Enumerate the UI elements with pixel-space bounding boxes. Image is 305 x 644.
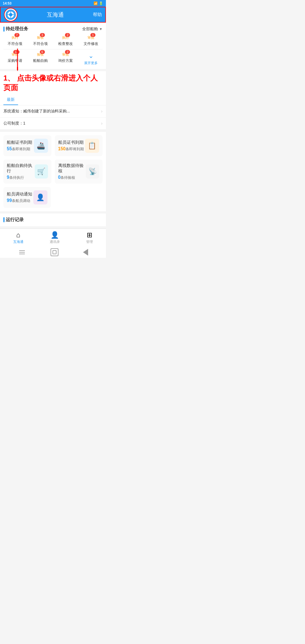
info-card-crew-transfer-wrap: 船员调动通知 99条船员调动 👤 <box>3 187 103 208</box>
app-title: 互海通 <box>47 11 64 19</box>
info-card-left-4: 船员调动通知 99条船员调动 <box>7 192 32 203</box>
info-card-crew-transfer[interactable]: 船员调动通知 99条船员调动 👤 <box>3 187 51 208</box>
offline-icon: 📡 <box>86 164 99 179</box>
task-badge-3: 1 <box>90 33 95 37</box>
bottom-nav: ⌂ 互海通 👤 通讯录 ⊞ 管理 <box>0 229 106 247</box>
expand-more-label: 展开更多 <box>84 61 98 66</box>
manage-icon: ⊞ <box>87 231 92 239</box>
info-card-crew-cert[interactable]: 船员证书到期 150条即将到期 📋 <box>55 135 103 156</box>
expand-more-button[interactable]: ⌄ 展开更多 <box>79 52 103 66</box>
ship-purchase-icon: 🛒 <box>35 164 48 179</box>
tasks-header: 待处理任务 全部船舱 ▼ <box>3 26 103 32</box>
info-card-title-4: 船员调动通知 <box>7 192 32 197</box>
task-grid-row2: 审批 12 采购申请 验收 6 船舶自购 审批 2 询价方案 <box>3 52 103 66</box>
info-card-title-2: 船舶自购待执行 <box>7 163 35 174</box>
count-highlight-4: 99 <box>7 198 12 203</box>
home-icon: ⌂ <box>16 231 20 239</box>
task-badge-6: 2 <box>65 50 70 54</box>
ship-selector-label: 全部船舱 <box>82 27 98 32</box>
task-item-0[interactable]: 执行 7 不符合项 <box>3 35 27 46</box>
task-item-3[interactable]: 审批 1 文件修改 <box>79 35 103 46</box>
task-badge-0: 7 <box>14 33 19 37</box>
annotation-arrow <box>17 49 18 71</box>
info-card-count-2: 9条待执行 <box>7 175 35 180</box>
nav-item-home[interactable]: ⌂ 互海通 <box>13 231 23 244</box>
task-badge-wrap-6: 审批 2 <box>62 52 69 57</box>
task-badge-wrap-2: 执行 2 <box>62 35 69 40</box>
info-card-title-0: 船舶证书到期 <box>7 140 32 145</box>
task-item-5[interactable]: 验收 6 船舶自购 <box>29 52 52 66</box>
info-card-left-1: 船员证书到期 150条即将到期 <box>58 140 84 152</box>
nav-label-home: 互海通 <box>13 240 23 244</box>
task-label-4: 采购申请 <box>8 58 22 63</box>
expand-more-icon: ⌄ <box>88 52 93 60</box>
app-header: 互海通 帮助 <box>0 7 106 23</box>
notice-item-1[interactable]: 公司制度：1 › <box>0 118 106 130</box>
info-cards-section: 船舶证书到期 55条即将到期 🚢 船员证书到期 150条即将到期 📋 <box>0 132 106 211</box>
info-card-count-4: 99条船员调动 <box>7 198 32 203</box>
signal-icon: 📶 <box>93 1 98 5</box>
ship-selector[interactable]: 全部船舱 ▼ <box>82 27 103 32</box>
contacts-icon: 👤 <box>51 231 59 239</box>
task-label-1: 不符合项 <box>33 41 48 46</box>
ship-cert-icon: 🚢 <box>34 139 48 153</box>
menu-line-2 <box>19 252 25 253</box>
task-label-0: 不符合项 <box>8 41 22 46</box>
back-button[interactable] <box>83 249 88 256</box>
task-badge-wrap-3: 审批 1 <box>88 35 94 40</box>
status-time: 14:53 <box>3 1 12 5</box>
home-nav-icon <box>53 250 56 254</box>
task-badge-2: 2 <box>65 33 70 37</box>
task-badge-wrap-1: 验收 3 <box>37 35 44 40</box>
notice-tab-latest[interactable]: 最新 <box>3 95 18 105</box>
system-nav <box>0 247 106 258</box>
nav-item-manage[interactable]: ⊞ 管理 <box>86 231 93 244</box>
running-records-title: 运行记录 <box>3 217 103 223</box>
task-label-2: 检查整改 <box>58 41 73 46</box>
task-label-6: 询价方案 <box>58 58 73 63</box>
menu-button[interactable] <box>18 249 26 255</box>
notices-section: 最新 系统通知：臧伟创建了新的油料采购... › 公司制度：1 › <box>0 95 106 130</box>
info-card-offline[interactable]: 离线数据待验核 0条待验核 📡 <box>55 160 103 184</box>
help-button[interactable]: 帮助 <box>93 12 102 18</box>
task-badge-5: 6 <box>40 50 45 54</box>
crew-cert-icon: 📋 <box>85 139 99 153</box>
status-icons: 📶 🔋 <box>93 1 103 5</box>
task-item-2[interactable]: 执行 2 检查整改 <box>54 35 77 46</box>
info-grid: 船舶证书到期 55条即将到期 🚢 船员证书到期 150条即将到期 📋 <box>3 135 103 184</box>
chevron-down-icon: ▼ <box>99 27 103 31</box>
count-highlight-1: 150 <box>58 146 66 151</box>
task-item-6[interactable]: 审批 2 询价方案 <box>54 52 77 66</box>
notice-text-1: 公司制度：1 <box>3 121 101 126</box>
running-records-section: 运行记录 <box>0 214 106 226</box>
annotation-section: 1、 点击头像或右滑进入个人页面 <box>0 71 106 95</box>
info-card-count-0: 55条即将到期 <box>7 146 32 152</box>
task-label-3: 文件修改 <box>84 41 98 46</box>
nav-label-manage: 管理 <box>86 240 93 244</box>
app-logo[interactable] <box>4 8 18 21</box>
task-grid-row1: 执行 7 不符合项 验收 3 不符合项 执行 2 检查整改 <box>3 35 103 46</box>
task-item-1[interactable]: 验收 3 不符合项 <box>29 35 52 46</box>
status-bar: 14:53 📶 🔋 <box>0 0 106 7</box>
task-badge-1: 3 <box>40 33 45 37</box>
count-highlight-2: 9 <box>7 175 9 180</box>
menu-line-1 <box>19 250 25 251</box>
tasks-title: 待处理任务 <box>3 26 28 32</box>
count-highlight-3: 0 <box>58 175 61 180</box>
nav-item-contacts[interactable]: 👤 通讯录 <box>50 231 60 244</box>
annotation-text: 1、 点击头像或右滑进入个人页面 <box>3 73 103 93</box>
info-card-ship-purchase[interactable]: 船舶自购待执行 9条待执行 🛒 <box>3 160 51 184</box>
home-nav-button[interactable] <box>51 248 58 256</box>
task-badge-4: 12 <box>13 50 19 54</box>
notice-text-0: 系统通知：臧伟创建了新的油料采购... <box>3 109 101 114</box>
count-highlight-0: 55 <box>7 146 12 151</box>
task-badge-wrap-5: 验收 6 <box>37 52 44 57</box>
info-card-ship-cert[interactable]: 船舶证书到期 55条即将到期 🚢 <box>3 135 51 156</box>
notice-item-0[interactable]: 系统通知：臧伟创建了新的油料采购... › <box>0 105 106 118</box>
task-item-4[interactable]: 审批 12 采购申请 <box>3 52 27 66</box>
tasks-section: 待处理任务 全部船舱 ▼ 执行 7 不符合项 验收 3 不符合项 <box>0 23 106 69</box>
svg-point-1 <box>9 13 12 16</box>
info-card-count-1: 150条即将到期 <box>58 146 84 152</box>
svg-marker-5 <box>17 67 18 71</box>
logo-inner <box>6 10 16 20</box>
